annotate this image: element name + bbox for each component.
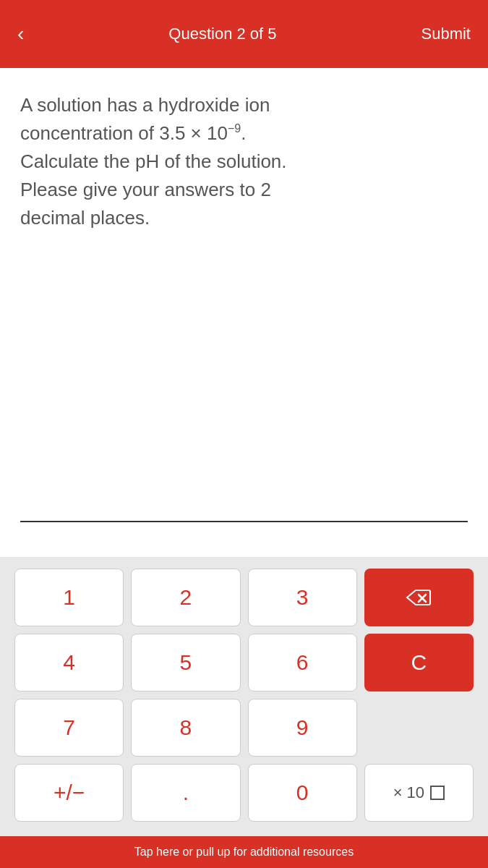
key-7[interactable]: 7 (14, 699, 124, 757)
key-empty (364, 699, 474, 757)
keypad-grid: 1 2 3 4 5 6 C 7 8 9 +/− . 0 × 10 (14, 569, 474, 822)
key-plus-minus[interactable]: +/− (14, 764, 124, 822)
submit-button[interactable]: Submit (421, 25, 471, 43)
key-0[interactable]: 0 (248, 764, 357, 822)
key-9[interactable]: 9 (248, 699, 357, 757)
key-2[interactable]: 2 (131, 569, 240, 626)
key-4[interactable]: 4 (14, 634, 124, 692)
key-1[interactable]: 1 (14, 569, 124, 626)
input-display (20, 521, 468, 557)
key-5[interactable]: 5 (131, 634, 240, 692)
key-decimal[interactable]: . (131, 764, 240, 822)
key-3[interactable]: 3 (248, 569, 357, 626)
x10-label: × 10 (393, 783, 424, 802)
question-text: A solution has a hydroxide ion concentra… (20, 91, 468, 232)
header: ‹ Question 2 of 5 Submit (0, 0, 488, 68)
key-times-ten[interactable]: × 10 (364, 764, 474, 822)
backspace-icon (406, 587, 432, 608)
key-8[interactable]: 8 (131, 699, 240, 757)
clear-button[interactable]: C (364, 634, 474, 692)
x10-exponent-box (430, 786, 445, 800)
footer-text: Tap here or pull up for additional resou… (134, 846, 354, 859)
footer[interactable]: Tap here or pull up for additional resou… (0, 836, 488, 868)
delete-button[interactable] (364, 569, 474, 626)
question-area: A solution has a hydroxide ion concentra… (0, 68, 488, 521)
keypad-area: 1 2 3 4 5 6 C 7 8 9 +/− . 0 × 10 (0, 557, 488, 836)
question-progress: Question 2 of 5 (168, 25, 276, 43)
back-button[interactable]: ‹ (17, 24, 24, 44)
key-6[interactable]: 6 (248, 634, 357, 692)
